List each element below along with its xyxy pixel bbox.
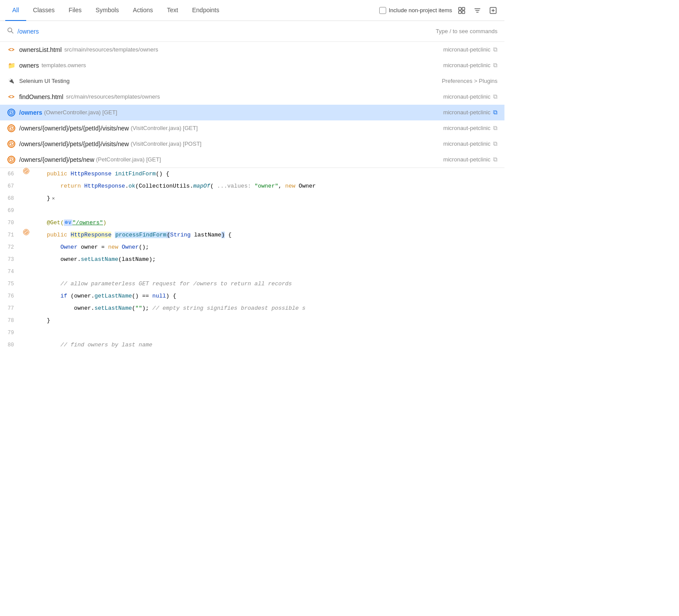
result-right: micronaut-petclinic ⧉: [443, 109, 497, 116]
copy-path-icon[interactable]: ⧉: [493, 156, 497, 163]
code-line-79: 79: [0, 327, 504, 339]
tab-all[interactable]: All: [5, 0, 26, 21]
line-number-69: 69: [0, 205, 21, 217]
tabs-bar: All Classes Files Symbols Actions Text E…: [0, 0, 504, 21]
result-item-owners-list-html[interactable]: <> ownersList.html src/main/resources/te…: [0, 42, 504, 58]
include-non-project-label[interactable]: Include non-project items: [379, 7, 452, 14]
result-right: micronaut-petclinic ⧉: [443, 62, 497, 69]
line-number-66: 66: [0, 168, 21, 180]
copy-path-icon[interactable]: ⧉: [493, 62, 497, 69]
line-content-70: @Get(⊕∨"/owners"): [31, 217, 504, 229]
line-number-70: 70: [0, 217, 21, 229]
code-line-75: 75 // allow parameterless GET request fo…: [0, 278, 504, 290]
svg-rect-2: [459, 11, 461, 14]
line-content-73: owner.setLastName(lastName);: [31, 253, 504, 266]
code-line-78: 78 }: [0, 315, 504, 327]
line-content-76: if (owner.getLastName() == null) {: [31, 290, 504, 302]
tab-text[interactable]: Text: [160, 0, 185, 21]
code-line-77: 77 owner.setLastName(""); // empty strin…: [0, 302, 504, 315]
result-item-find-owners-html[interactable]: <> findOwners.html src/main/resources/te…: [0, 89, 504, 105]
result-main: /owners (OwnerController.java) [GET]: [19, 109, 436, 116]
plugin-icon: 🔌: [7, 78, 16, 84]
tab-files[interactable]: Files: [62, 0, 89, 21]
copy-path-icon[interactable]: ⧉: [493, 124, 497, 132]
line-number-75: 75: [0, 278, 21, 290]
code-line-71: 71 public HttpResponse processFindForm(S…: [0, 229, 504, 241]
code-line-66: 66 public HttpResponse initFindForm() {: [0, 168, 504, 180]
result-item-selenium[interactable]: 🔌 Selenium UI Testing Preferences > Plug…: [0, 73, 504, 89]
line-content-75: // allow parameterless GET request for /…: [31, 278, 504, 290]
svg-rect-1: [462, 7, 465, 10]
search-hint: Type / to see commands: [436, 28, 497, 34]
line-number-80: 80: [0, 339, 21, 351]
code-line-74: 74: [0, 266, 504, 278]
result-main: owners templates.owners: [19, 62, 436, 69]
search-input[interactable]: [17, 28, 436, 35]
tab-classes[interactable]: Classes: [26, 0, 62, 21]
result-main: ownersList.html src/main/resources/templ…: [19, 46, 436, 53]
search-bar: Type / to see commands: [0, 21, 504, 42]
result-item-visits-new-get[interactable]: /owners/{ownerId}/pets/{petId}/visits/ne…: [0, 120, 504, 136]
endpoint-gutter-icon-71: [21, 229, 31, 235]
code-line-67: 67 return HttpResponse.ok(CollectionUtil…: [0, 180, 504, 192]
endpoint-gutter-icon-66: [21, 168, 31, 174]
code-line-70: 70 @Get(⊕∨"/owners"): [0, 217, 504, 229]
result-item-owners-folder[interactable]: 📁 owners templates.owners micronaut-petc…: [0, 58, 504, 73]
copy-path-icon[interactable]: ⧉: [493, 140, 497, 147]
line-content-66: public HttpResponse initFindForm() {: [31, 168, 504, 180]
line-number-77: 77: [0, 302, 21, 315]
line-content-71: public HttpResponse processFindForm(Stri…: [31, 229, 504, 241]
code-line-69: 69: [0, 205, 504, 217]
expand-button[interactable]: [487, 4, 499, 17]
line-content-67: return HttpResponse.ok(CollectionUtils.m…: [31, 180, 504, 192]
result-main: /owners/{ownerId}/pets/new (PetControlle…: [19, 156, 436, 163]
line-number-79: 79: [0, 327, 21, 339]
line-number-68: 68: [0, 192, 21, 205]
html-file-icon: <>: [7, 47, 16, 53]
endpoint-icon: [7, 140, 16, 148]
tab-symbols[interactable]: Symbols: [89, 0, 126, 21]
include-non-project-checkbox[interactable]: [379, 7, 386, 14]
line-number-73: 73: [0, 253, 21, 266]
grid-view-button[interactable]: [456, 4, 468, 17]
code-line-80: 80 // find owners by last name: [0, 339, 504, 351]
result-right: micronaut-petclinic ⧉: [443, 140, 497, 147]
results-list: <> ownersList.html src/main/resources/te…: [0, 42, 504, 168]
endpoint-icon: [7, 124, 16, 132]
line-number-74: 74: [0, 266, 21, 278]
result-right: micronaut-petclinic ⧉: [443, 93, 497, 100]
line-content-72: Owner owner = new Owner();: [31, 241, 504, 253]
code-line-76: 76 if (owner.getLastName() == null) {: [0, 290, 504, 302]
result-item-visits-new-post[interactable]: /owners/{ownerId}/pets/{petId}/visits/ne…: [0, 136, 504, 152]
result-main: findOwners.html src/main/resources/templ…: [19, 93, 436, 100]
line-content-80: // find owners by last name: [31, 339, 504, 351]
result-main: /owners/{ownerId}/pets/{petId}/visits/ne…: [19, 125, 436, 132]
html-file-icon: <>: [7, 94, 16, 100]
copy-path-icon[interactable]: ⧉: [493, 109, 497, 116]
code-area: 66 public HttpResponse initFindForm() { …: [0, 168, 504, 351]
result-right: micronaut-petclinic ⧉: [443, 156, 497, 163]
line-number-71: 71: [0, 229, 21, 241]
result-main: Selenium UI Testing: [19, 78, 435, 84]
filter-button[interactable]: [471, 4, 484, 17]
copy-path-icon[interactable]: ⧉: [493, 93, 497, 100]
svg-rect-3: [462, 11, 465, 14]
endpoint-selected-icon: [7, 109, 16, 116]
tab-endpoints[interactable]: Endpoints: [185, 0, 226, 21]
result-right: micronaut-petclinic ⧉: [443, 46, 497, 53]
svg-rect-0: [459, 7, 461, 10]
line-content-68: }✕: [31, 192, 504, 205]
line-number-76: 76: [0, 290, 21, 302]
result-item-pets-new-get[interactable]: /owners/{ownerId}/pets/new (PetControlle…: [0, 152, 504, 168]
search-icon: [7, 27, 14, 35]
copy-path-icon[interactable]: ⧉: [493, 46, 497, 53]
result-item-owners-endpoint-selected[interactable]: /owners (OwnerController.java) [GET] mic…: [0, 105, 504, 120]
result-right: Preferences > Plugins: [442, 78, 497, 84]
line-content-77: owner.setLastName(""); // empty string s…: [31, 302, 504, 315]
tab-actions[interactable]: Actions: [126, 0, 160, 21]
result-main: /owners/{ownerId}/pets/{petId}/visits/ne…: [19, 140, 436, 147]
endpoint-icon: [7, 156, 16, 164]
folder-icon: 📁: [7, 62, 16, 69]
line-content-78: }: [31, 315, 504, 327]
line-number-78: 78: [0, 315, 21, 327]
